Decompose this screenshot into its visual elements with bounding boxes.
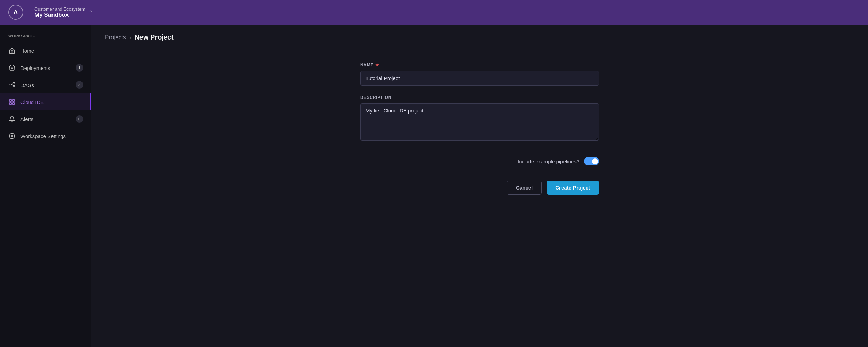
alerts-badge: 0 (76, 115, 83, 123)
sidebar-item-deployments[interactable]: Deployments 1 (0, 59, 91, 76)
svg-rect-4 (10, 100, 12, 102)
sidebar-label-workspace-settings: Workspace Settings (20, 133, 66, 139)
svg-rect-2 (13, 82, 15, 84)
svg-rect-6 (10, 103, 12, 105)
button-row: Cancel Create Project (360, 181, 599, 195)
alerts-icon (8, 115, 16, 123)
dags-badge: 3 (76, 81, 83, 89)
main-layout: WORKSPACE Home Deployments 1 (0, 25, 868, 347)
settings-icon (8, 132, 16, 140)
sidebar-label-dags: DAGs (20, 82, 34, 88)
breadcrumb-current: New Project (134, 33, 173, 41)
org-name: Customer and Ecosystem (34, 6, 85, 12)
description-group: DESCRIPTION My first Cloud IDE project! (360, 95, 599, 142)
cancel-button[interactable]: Cancel (507, 181, 542, 195)
form-container: NAME ★ DESCRIPTION My first Cloud IDE pr… (360, 63, 599, 195)
sidebar-section-label: WORKSPACE (0, 34, 91, 42)
sidebar-item-dags[interactable]: DAGs 3 (0, 76, 91, 93)
org-info: Customer and Ecosystem My Sandbox (34, 6, 85, 18)
sidebar-item-alerts[interactable]: Alerts 0 (0, 110, 91, 127)
dags-icon (8, 81, 16, 89)
sidebar-label-cloud-ide: Cloud IDE (20, 99, 44, 105)
sidebar-item-home[interactable]: Home (0, 42, 91, 59)
svg-rect-3 (13, 86, 15, 87)
description-textarea[interactable]: My first Cloud IDE project! (360, 103, 599, 141)
toggle-knob (592, 158, 598, 164)
sidebar-label-alerts: Alerts (20, 116, 33, 122)
sidebar: WORKSPACE Home Deployments 1 (0, 25, 91, 347)
name-input[interactable] (360, 71, 599, 86)
name-group: NAME ★ (360, 63, 599, 86)
svg-rect-1 (9, 84, 11, 85)
name-required-star: ★ (375, 63, 379, 67)
sidebar-item-workspace-settings[interactable]: Workspace Settings (0, 127, 91, 145)
workspace-name: My Sandbox (34, 12, 85, 18)
breadcrumb-parent[interactable]: Projects (105, 34, 126, 41)
logo: A (8, 5, 23, 20)
header-divider (29, 5, 29, 19)
deployments-icon (8, 64, 16, 72)
breadcrumb: Projects › New Project (91, 25, 868, 49)
svg-rect-5 (13, 100, 15, 102)
example-pipelines-toggle[interactable] (584, 157, 599, 165)
content-area: Projects › New Project NAME ★ DESCRIPTIO… (91, 25, 868, 347)
breadcrumb-arrow-icon: › (129, 34, 131, 40)
deployments-badge: 1 (76, 64, 83, 72)
sidebar-item-cloud-ide[interactable]: Cloud IDE (0, 93, 91, 110)
svg-rect-7 (13, 103, 15, 105)
sidebar-label-home: Home (20, 48, 34, 54)
svg-point-8 (11, 135, 13, 137)
toggle-label: Include example pipelines? (518, 159, 579, 164)
home-icon (8, 47, 16, 55)
description-label: DESCRIPTION (360, 95, 599, 100)
top-header: A Customer and Ecosystem My Sandbox ⌃ (0, 0, 868, 25)
cloud-ide-icon (8, 98, 16, 106)
form-area: NAME ★ DESCRIPTION My first Cloud IDE pr… (91, 49, 868, 347)
create-project-button[interactable]: Create Project (547, 181, 599, 195)
toggle-row: Include example pipelines? (360, 152, 599, 171)
sidebar-label-deployments: Deployments (20, 65, 50, 71)
svg-point-0 (11, 67, 13, 69)
workspace-chevron-icon[interactable]: ⌃ (89, 10, 93, 15)
name-label: NAME ★ (360, 63, 599, 67)
